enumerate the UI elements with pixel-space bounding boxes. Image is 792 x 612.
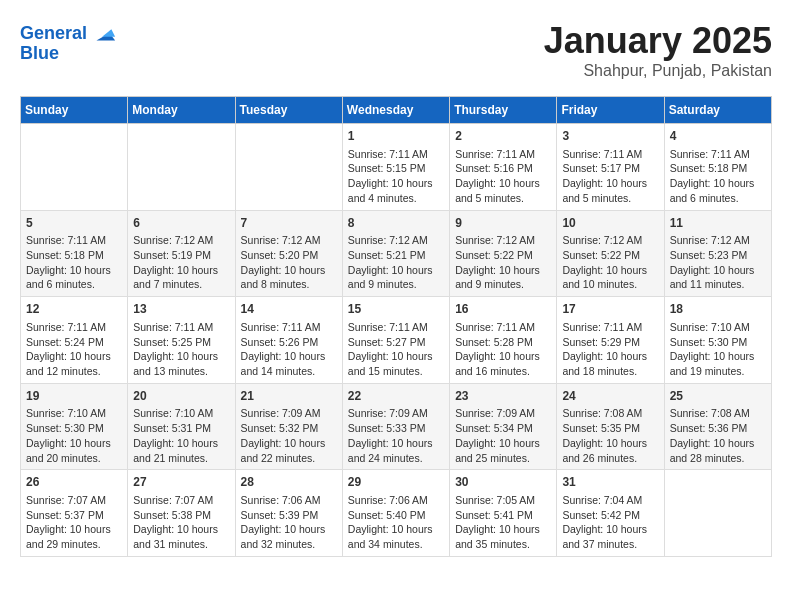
day-number: 9 [455, 215, 551, 232]
day-info: Sunrise: 7:12 AM Sunset: 5:23 PM Dayligh… [670, 233, 766, 292]
day-number: 3 [562, 128, 658, 145]
day-number: 20 [133, 388, 229, 405]
day-info: Sunrise: 7:10 AM Sunset: 5:30 PM Dayligh… [670, 320, 766, 379]
calendar-cell: 5Sunrise: 7:11 AM Sunset: 5:18 PM Daylig… [21, 210, 128, 297]
calendar-cell: 25Sunrise: 7:08 AM Sunset: 5:36 PM Dayli… [664, 383, 771, 470]
day-number: 5 [26, 215, 122, 232]
calendar-cell: 10Sunrise: 7:12 AM Sunset: 5:22 PM Dayli… [557, 210, 664, 297]
calendar-table: SundayMondayTuesdayWednesdayThursdayFrid… [20, 96, 772, 557]
day-number: 7 [241, 215, 337, 232]
calendar-cell: 3Sunrise: 7:11 AM Sunset: 5:17 PM Daylig… [557, 124, 664, 211]
day-info: Sunrise: 7:11 AM Sunset: 5:29 PM Dayligh… [562, 320, 658, 379]
calendar-cell: 6Sunrise: 7:12 AM Sunset: 5:19 PM Daylig… [128, 210, 235, 297]
day-number: 14 [241, 301, 337, 318]
month-title: January 2025 [544, 20, 772, 62]
calendar-cell: 16Sunrise: 7:11 AM Sunset: 5:28 PM Dayli… [450, 297, 557, 384]
weekday-header-row: SundayMondayTuesdayWednesdayThursdayFrid… [21, 97, 772, 124]
calendar-cell: 1Sunrise: 7:11 AM Sunset: 5:15 PM Daylig… [342, 124, 449, 211]
day-number: 21 [241, 388, 337, 405]
day-number: 1 [348, 128, 444, 145]
calendar-week-1: 1Sunrise: 7:11 AM Sunset: 5:15 PM Daylig… [21, 124, 772, 211]
day-number: 29 [348, 474, 444, 491]
day-info: Sunrise: 7:11 AM Sunset: 5:25 PM Dayligh… [133, 320, 229, 379]
day-number: 22 [348, 388, 444, 405]
day-info: Sunrise: 7:07 AM Sunset: 5:38 PM Dayligh… [133, 493, 229, 552]
day-number: 27 [133, 474, 229, 491]
calendar-cell: 23Sunrise: 7:09 AM Sunset: 5:34 PM Dayli… [450, 383, 557, 470]
day-number: 4 [670, 128, 766, 145]
day-info: Sunrise: 7:09 AM Sunset: 5:34 PM Dayligh… [455, 406, 551, 465]
day-info: Sunrise: 7:10 AM Sunset: 5:31 PM Dayligh… [133, 406, 229, 465]
calendar-cell: 13Sunrise: 7:11 AM Sunset: 5:25 PM Dayli… [128, 297, 235, 384]
calendar-cell: 9Sunrise: 7:12 AM Sunset: 5:22 PM Daylig… [450, 210, 557, 297]
title-block: January 2025 Shahpur, Punjab, Pakistan [544, 20, 772, 80]
day-info: Sunrise: 7:11 AM Sunset: 5:16 PM Dayligh… [455, 147, 551, 206]
calendar-cell: 24Sunrise: 7:08 AM Sunset: 5:35 PM Dayli… [557, 383, 664, 470]
day-info: Sunrise: 7:06 AM Sunset: 5:40 PM Dayligh… [348, 493, 444, 552]
day-info: Sunrise: 7:12 AM Sunset: 5:20 PM Dayligh… [241, 233, 337, 292]
day-number: 18 [670, 301, 766, 318]
weekday-header-sunday: Sunday [21, 97, 128, 124]
day-number: 8 [348, 215, 444, 232]
calendar-cell: 29Sunrise: 7:06 AM Sunset: 5:40 PM Dayli… [342, 470, 449, 557]
day-number: 25 [670, 388, 766, 405]
location: Shahpur, Punjab, Pakistan [544, 62, 772, 80]
calendar-cell: 20Sunrise: 7:10 AM Sunset: 5:31 PM Dayli… [128, 383, 235, 470]
calendar-week-2: 5Sunrise: 7:11 AM Sunset: 5:18 PM Daylig… [21, 210, 772, 297]
calendar-cell [664, 470, 771, 557]
calendar-cell: 12Sunrise: 7:11 AM Sunset: 5:24 PM Dayli… [21, 297, 128, 384]
calendar-cell: 14Sunrise: 7:11 AM Sunset: 5:26 PM Dayli… [235, 297, 342, 384]
day-number: 28 [241, 474, 337, 491]
calendar-cell: 15Sunrise: 7:11 AM Sunset: 5:27 PM Dayli… [342, 297, 449, 384]
day-number: 13 [133, 301, 229, 318]
weekday-header-thursday: Thursday [450, 97, 557, 124]
day-info: Sunrise: 7:11 AM Sunset: 5:15 PM Dayligh… [348, 147, 444, 206]
day-number: 16 [455, 301, 551, 318]
day-info: Sunrise: 7:11 AM Sunset: 5:18 PM Dayligh… [26, 233, 122, 292]
calendar-cell: 31Sunrise: 7:04 AM Sunset: 5:42 PM Dayli… [557, 470, 664, 557]
calendar-cell: 8Sunrise: 7:12 AM Sunset: 5:21 PM Daylig… [342, 210, 449, 297]
calendar-cell: 19Sunrise: 7:10 AM Sunset: 5:30 PM Dayli… [21, 383, 128, 470]
day-number: 19 [26, 388, 122, 405]
day-number: 30 [455, 474, 551, 491]
day-info: Sunrise: 7:12 AM Sunset: 5:22 PM Dayligh… [562, 233, 658, 292]
day-info: Sunrise: 7:11 AM Sunset: 5:27 PM Dayligh… [348, 320, 444, 379]
day-info: Sunrise: 7:08 AM Sunset: 5:36 PM Dayligh… [670, 406, 766, 465]
logo: General Blue [20, 20, 117, 64]
page-header: General Blue January 2025 Shahpur, Punja… [20, 20, 772, 80]
weekday-header-wednesday: Wednesday [342, 97, 449, 124]
day-info: Sunrise: 7:08 AM Sunset: 5:35 PM Dayligh… [562, 406, 658, 465]
calendar-cell [128, 124, 235, 211]
logo-text: General [20, 24, 87, 44]
weekday-header-monday: Monday [128, 97, 235, 124]
calendar-week-5: 26Sunrise: 7:07 AM Sunset: 5:37 PM Dayli… [21, 470, 772, 557]
calendar-week-3: 12Sunrise: 7:11 AM Sunset: 5:24 PM Dayli… [21, 297, 772, 384]
day-number: 10 [562, 215, 658, 232]
day-number: 31 [562, 474, 658, 491]
calendar-cell: 17Sunrise: 7:11 AM Sunset: 5:29 PM Dayli… [557, 297, 664, 384]
day-number: 26 [26, 474, 122, 491]
weekday-header-tuesday: Tuesday [235, 97, 342, 124]
day-info: Sunrise: 7:12 AM Sunset: 5:22 PM Dayligh… [455, 233, 551, 292]
svg-marker-1 [102, 29, 115, 36]
weekday-header-friday: Friday [557, 97, 664, 124]
day-number: 2 [455, 128, 551, 145]
day-number: 15 [348, 301, 444, 318]
calendar-week-4: 19Sunrise: 7:10 AM Sunset: 5:30 PM Dayli… [21, 383, 772, 470]
day-info: Sunrise: 7:04 AM Sunset: 5:42 PM Dayligh… [562, 493, 658, 552]
day-number: 12 [26, 301, 122, 318]
day-number: 11 [670, 215, 766, 232]
day-number: 23 [455, 388, 551, 405]
calendar-cell: 21Sunrise: 7:09 AM Sunset: 5:32 PM Dayli… [235, 383, 342, 470]
day-number: 24 [562, 388, 658, 405]
day-info: Sunrise: 7:11 AM Sunset: 5:28 PM Dayligh… [455, 320, 551, 379]
day-info: Sunrise: 7:09 AM Sunset: 5:32 PM Dayligh… [241, 406, 337, 465]
calendar-cell: 4Sunrise: 7:11 AM Sunset: 5:18 PM Daylig… [664, 124, 771, 211]
day-info: Sunrise: 7:11 AM Sunset: 5:17 PM Dayligh… [562, 147, 658, 206]
day-number: 6 [133, 215, 229, 232]
calendar-cell: 22Sunrise: 7:09 AM Sunset: 5:33 PM Dayli… [342, 383, 449, 470]
calendar-cell: 30Sunrise: 7:05 AM Sunset: 5:41 PM Dayli… [450, 470, 557, 557]
calendar-cell: 2Sunrise: 7:11 AM Sunset: 5:16 PM Daylig… [450, 124, 557, 211]
calendar-cell: 28Sunrise: 7:06 AM Sunset: 5:39 PM Dayli… [235, 470, 342, 557]
calendar-cell: 18Sunrise: 7:10 AM Sunset: 5:30 PM Dayli… [664, 297, 771, 384]
